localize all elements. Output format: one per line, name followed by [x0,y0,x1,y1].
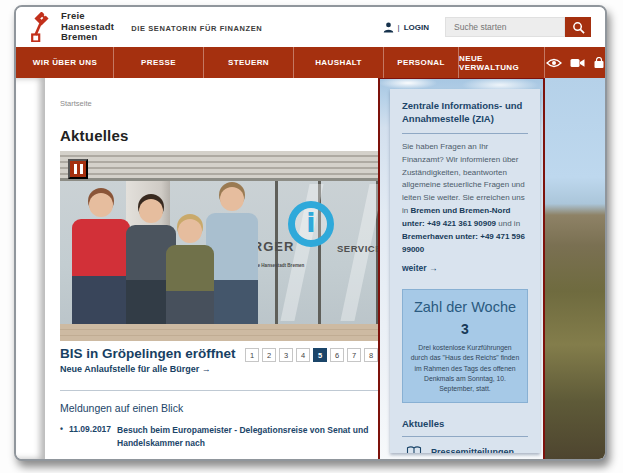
photo-person-red-jacket [72,219,130,324]
carousel-pagination: 1 2 3 4 5 6 7 8 [245,348,378,362]
search-input[interactable] [445,17,565,37]
search-button[interactable] [565,17,591,37]
press-releases-label: Pressemitteilungen [431,447,514,453]
number-of-week-value: 3 [410,321,520,337]
news-text: Besuch beim Europameister - Delegationsr… [117,424,370,450]
nav-item-haushalt[interactable]: HAUSHALT [294,47,384,78]
bremen-key-icon [30,12,54,42]
info-icon: i [288,201,334,247]
nav-item-neue-verwaltung[interactable]: NEUE VERWALTUNG [459,47,545,78]
carousel-caption-link[interactable]: BIS in Gröpelingen eröffnet Neue Anlaufs… [60,346,236,374]
photo-sign-service: SERVICE [337,243,378,254]
photo-person-olive-shirt [166,245,214,324]
nav-item-presse[interactable]: PRESSE [114,47,204,78]
carousel-photo: BÜRGER i SERVICE Freie Hansestadt Bremen [60,151,378,341]
carousel-pause-button[interactable] [68,159,88,179]
number-of-week-title: Zahl der Woche [410,299,520,315]
number-of-week-box[interactable]: Zahl der Woche 3 Drei kostenlose Kurzfüh… [402,289,528,403]
photo-pavement [60,324,378,341]
news-carousel: BÜRGER i SERVICE Freie Hansestadt Bremen [60,151,378,374]
news-list-item[interactable]: • 11.09.2017 Besuch beim Europameister -… [60,424,370,450]
carousel-subtitle: Neue Anlaufstelle für alle Bürger → [60,364,236,374]
main-navigation: WIR ÜBER UNS PRESSE STEUERN HAUSHALT PER… [16,47,605,78]
carousel-title: BIS in Gröpelingen eröffnet [60,346,236,361]
user-icon [383,22,394,33]
sign-language-video-icon[interactable] [570,58,585,68]
browser-frame: Freie Hansestadt Bremen DIE SENATORIN FÜ… [14,5,607,461]
number-of-week-text: Drei kostenlose Kurzführungen durch das … [410,343,520,394]
login-link[interactable]: | LOGIN [383,22,429,33]
bullet: • [60,424,63,450]
divider [402,436,528,437]
zia-more-link[interactable]: weiter → [402,263,437,273]
background-photo-left [16,78,45,459]
press-releases-link[interactable]: Pressemitteilungen [406,446,528,453]
page-dot-7[interactable]: 7 [347,348,361,362]
department-title: DIE SENATORIN FÜR FINANZEN [131,24,262,33]
search-icon [572,21,585,34]
divider [60,390,378,391]
main-content: Startseite Aktuelles BÜRGER i SERVICE [45,78,380,459]
accessibility-icons [545,47,605,78]
page-dot-8[interactable]: 8 [364,348,378,362]
page-dot-4[interactable]: 4 [296,348,310,362]
login-label: LOGIN [404,23,429,32]
search-bar [445,17,591,37]
zia-text: Sie haben Fragen an Ihr Finanzamt? Wir i… [402,141,528,258]
breadcrumb[interactable]: Startseite [60,99,378,108]
page-title: Aktuelles [60,127,378,144]
background-photo-right [545,78,605,459]
page-body: Startseite Aktuelles BÜRGER i SERVICE [16,78,605,459]
sidebar-zone: Zentrale Informations- und Annahmestelle… [380,78,545,459]
zia-title: Zentrale Informations- und Annahmestelle… [402,100,528,126]
nav-item-wir-ueber-uns[interactable]: WIR ÜBER UNS [16,47,114,78]
carousel-caption: BIS in Gröpelingen eröffnet Neue Anlaufs… [60,346,378,374]
header-right: | LOGIN [383,17,591,37]
site-header: Freie Hansestadt Bremen DIE SENATORIN FÜ… [16,7,605,47]
nav-item-steuern[interactable]: STEUERN [204,47,294,78]
logo-wordmark: Freie Hansestadt Bremen [61,11,114,43]
page-dot-5-active[interactable]: 5 [313,348,327,362]
eye-icon[interactable] [546,58,562,68]
news-section-title: Meldungen auf einen Blick [60,402,378,414]
news-date: 11.09.2017 [69,424,111,450]
page-dot-3[interactable]: 3 [279,348,293,362]
page-dot-6[interactable]: 6 [330,348,344,362]
book-icon [406,446,422,453]
info-panel: Zentrale Informations- und Annahmestelle… [390,89,540,453]
nav-item-personal[interactable]: PERSONAL [384,47,459,78]
shopping-bag-icon[interactable] [593,57,605,69]
page-dot-1[interactable]: 1 [245,348,259,362]
divider [402,133,528,134]
login-divider: | [398,23,400,32]
photo-awning [60,151,378,181]
sidebar-aktuelles-title: Aktuelles [402,418,528,429]
bremen-logo[interactable]: Freie Hansestadt Bremen [30,11,114,43]
page-dot-2[interactable]: 2 [262,348,276,362]
